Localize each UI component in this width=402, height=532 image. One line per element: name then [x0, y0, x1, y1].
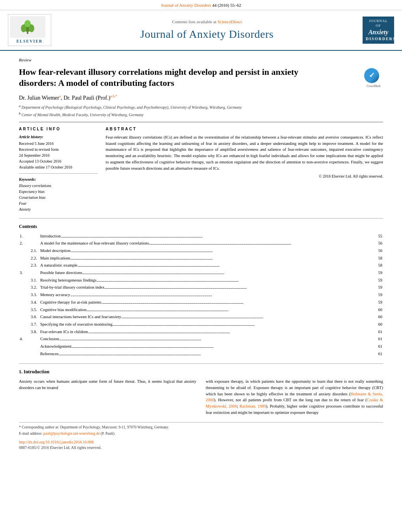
ref-link-rachman[interactable]: Rachman, 1989 [240, 404, 266, 408]
toc-row: References..............................… [20, 351, 382, 358]
abstract-text: Fear-relevant illusory correlations (ICs… [106, 134, 383, 172]
toc-title: Introduction [40, 234, 61, 238]
toc-row: 3.5. Cognitive bias modification........… [20, 307, 382, 313]
toc-number: 4. [20, 336, 39, 343]
contents-section: Contents 1. Introduction................… [19, 223, 383, 358]
journal-header-center: Contents lists available at ScienceDirec… [51, 19, 363, 42]
toc-page-num: 58 [370, 262, 382, 269]
received-date: Received 5 June 2016 [19, 141, 98, 146]
toc-entry[interactable]: Model description.......................… [40, 248, 370, 254]
issn-line: 0887-6185/© 2016 Elsevier Ltd. All right… [19, 445, 383, 450]
toc-title: Memory accuracy [40, 293, 70, 297]
toc-entry[interactable]: Possible future directions..............… [40, 270, 370, 276]
toc-dots-fill: ........................................… [71, 345, 213, 348]
toc-page-num: 59 [370, 292, 382, 298]
toc-entry[interactable]: Causal interactions between ICs and fear… [40, 314, 370, 321]
keywords-label: Keywords: [19, 177, 98, 182]
toc-title: Resolving heterogeneous findings [40, 278, 97, 282]
toc-page-num: 58 [370, 255, 382, 262]
toc-row: 3.3. Memory accuracy....................… [20, 292, 382, 298]
toc-entry[interactable]: Resolving heterogeneous findings........… [40, 277, 370, 284]
journal-header: ELSEVIER Contents lists available at Sci… [0, 10, 402, 51]
article-title: How fear-relevant illusory correlations … [19, 67, 318, 89]
toc-row: 3.6. Causal interactions between ICs and… [20, 314, 382, 321]
toc-title: A naturalistic example [40, 263, 77, 267]
toc-dots-fill: ........................................… [104, 285, 246, 289]
toc-title: Trial-by-trial illusory correlation inde… [40, 285, 104, 289]
toc-sub-number: 3.8. [20, 329, 39, 336]
affiliation-b: b Center of Mental Health, Medical Facul… [19, 111, 383, 118]
toc-dots-fill: ........................................… [149, 241, 291, 245]
email-person: (P. Pauli). [100, 432, 115, 436]
toc-entry[interactable]: Specifying the role of executive monitor… [40, 321, 370, 328]
email-link[interactable]: pauli@psychologie.uni-wuerzburg.de [43, 432, 100, 436]
doi-section: http://dx.doi.org/10.1016/j.janxdis.2016… [19, 439, 383, 450]
toc-sub-number: 3.5. [20, 307, 39, 313]
doi-link[interactable]: http://dx.doi.org/10.1016/j.janxdis.2016… [19, 439, 383, 445]
contents-header: Contents [19, 223, 383, 230]
top-bar: Journal of Anxiety Disorders 44 (2016) 5… [0, 0, 402, 10]
toc-entry[interactable]: Trial-by-trial illusory correlation inde… [40, 284, 370, 291]
toc-dots-fill: ........................................… [71, 256, 212, 260]
received-revised-date: Received in revised form [19, 147, 98, 152]
received-revised-date2: 24 September 2016 [19, 153, 98, 158]
toc-dots-fill: ........................................… [61, 234, 203, 238]
toc-row: 3.1. Resolving heterogeneous findings...… [20, 277, 382, 284]
toc-entry[interactable]: A naturalistic example..................… [40, 262, 370, 269]
journal-title: Journal of Anxiety Disorders [51, 26, 363, 42]
article-title-row: How fear-relevant illusory correlations … [19, 67, 383, 89]
toc-title: Fear-relevant ICs in children [40, 330, 88, 334]
article-info-abstract: ARTICLE INFO Article history: Received 5… [19, 126, 383, 213]
toc-dots-fill: ........................................… [77, 263, 219, 267]
toc-row: 3.7. Specifying the role of executive mo… [20, 321, 382, 328]
available-online-date: Available online 17 October 2016 [19, 165, 98, 170]
toc-page-num: 61 [370, 336, 382, 343]
toc-entry[interactable]: Cognitive therapy for at-risk patients..… [40, 299, 370, 306]
article-history-label: Article history: [19, 134, 98, 140]
toc-entry[interactable]: A model for the maintenance of fear-rele… [40, 240, 370, 247]
sciencedirect-link[interactable]: ScienceDirect [218, 19, 242, 24]
toc-dots-fill: ........................................… [59, 352, 201, 356]
toc-entry[interactable]: Cognitive bias modification.............… [40, 307, 370, 313]
toc-title: Possible future directions [40, 271, 82, 275]
toc-title: Conclusion [40, 337, 59, 341]
toc-dots-fill: ........................................… [71, 249, 212, 253]
toc-entry[interactable]: Introduction............................… [40, 233, 370, 240]
toc-sub-number: 3.6. [20, 314, 39, 321]
introduction-section: 1. Introduction Anxiety occurs when huma… [19, 369, 383, 415]
toc-sub-number: 2.3. [20, 262, 39, 269]
toc-entry[interactable]: Main implications.......................… [40, 255, 370, 262]
toc-row: 3.8. Fear-relevant ICs in children......… [20, 329, 382, 336]
toc-entry[interactable]: Conclusion..............................… [40, 336, 370, 343]
toc-page-num: 56 [370, 240, 382, 247]
toc-page-num: 61 [370, 351, 382, 358]
toc-page-num: 61 [370, 329, 382, 336]
toc-sub-number: 3.7. [20, 321, 39, 328]
intro-text-columns: Anxiety occurs when humans anticipate so… [19, 378, 383, 416]
journal-citation[interactable]: Journal of Anxiety Disorders [161, 3, 211, 7]
ref-link-craske[interactable]: Craske & Mystkowski, 2006 [206, 398, 383, 408]
svg-point-4 [24, 20, 31, 27]
intro-heading: 1. Introduction [19, 369, 383, 375]
toc-entry[interactable]: Memory accuracy.........................… [40, 292, 370, 298]
toc-number: 2. [20, 240, 39, 247]
toc-page-num: 60 [370, 307, 382, 313]
toc-entry[interactable]: Fear-relevant ICs in children...........… [40, 329, 370, 336]
journal-badge: Journal of Anxiety DISORDERS [363, 17, 394, 44]
keyword-5: Anxiety [19, 207, 98, 212]
toc-title: References [40, 352, 59, 356]
email-label: E-mail address: [19, 432, 42, 436]
affiliations: a Department of Psychology (Biological P… [19, 104, 383, 118]
toc-page-num: 55 [370, 233, 382, 240]
toc-empty-num [20, 343, 39, 350]
toc-entry[interactable]: Acknowledgement.........................… [40, 343, 370, 350]
toc-dots-fill: ........................................… [59, 337, 201, 341]
accepted-date: Accepted 13 October 2016 [19, 159, 98, 164]
article-info-header: ARTICLE INFO [19, 126, 98, 132]
toc-entry[interactable]: References..............................… [40, 351, 370, 358]
sciencedirect-line: Contents lists available at ScienceDirec… [51, 19, 363, 25]
crossmark-badge[interactable]: ✓ CrossMark [364, 68, 383, 88]
intro-text-right: with exposure therapy, in which patients… [206, 378, 383, 416]
ref-link-hofmann[interactable]: Hofmann & Smits, 2008 [206, 392, 383, 402]
table-of-contents: 1. Introduction.........................… [19, 232, 383, 358]
